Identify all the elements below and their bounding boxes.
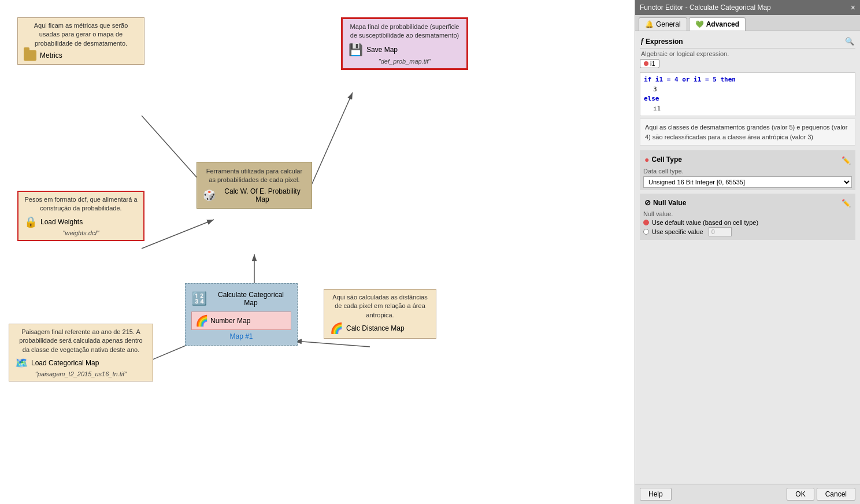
radio-specific-label: Use specific value [652, 228, 703, 235]
null-value-label: ⊘ Null Value [644, 198, 686, 207]
number-map-label: Number Map [210, 317, 250, 325]
svg-line-2 [142, 220, 214, 249]
tab-general[interactable]: 🔔 General [639, 17, 687, 31]
cell-type-section: ● Cell Type ✏️ Data cell type. Unsigned … [640, 150, 855, 190]
heart-icon: 💚 [695, 20, 704, 28]
dist-node: Aqui são calculadas as distâncias de cad… [324, 289, 436, 339]
tool-node: Ferramenta utilizada para calcular as pr… [197, 162, 312, 209]
panel-content: f Expression 🔍 Algebraic or logical expr… [635, 31, 860, 484]
null-icon: ⊘ [644, 198, 651, 207]
output-title-text: Mapa final de probabilidade (superficie … [349, 23, 461, 40]
dist-desc-text: Aqui são calculadas as distâncias de cad… [330, 293, 430, 320]
dist-icon: 🌈 [330, 322, 343, 335]
landscape-desc-text: Paisagem final referente ao ano de 215. … [15, 328, 147, 354]
weights-node: Pesos em formato dcf, que alimentará a c… [17, 191, 144, 241]
map1-label: Map #1 [191, 332, 291, 340]
footer-btn-group: OK Cancel [787, 488, 855, 501]
number-map-icon: 🌈 [195, 314, 208, 327]
cat-map-icon: 🗺️ [15, 357, 28, 369]
cancel-button[interactable]: Cancel [817, 488, 855, 501]
ok-button[interactable]: OK [787, 488, 814, 501]
expression-search-icon[interactable]: 🔍 [845, 37, 854, 46]
lock-folder-icon: 🔒 [24, 216, 37, 228]
expression-title: f Expression [641, 37, 683, 46]
weights-label: Load Weights [40, 218, 83, 226]
output-node: Mapa final de probabilidade (superficie … [341, 17, 468, 70]
weights-icon-row: 🔒 Load Weights [24, 216, 138, 228]
expression-header: f Expression 🔍 [640, 35, 855, 49]
null-value-desc: Null value. [643, 210, 852, 217]
panel-title-bar: Functor Editor - Calculate Categorical M… [635, 0, 860, 15]
null-value-section: ⊘ Null Value ✏️ Null value. Use default … [640, 194, 855, 240]
landscape-filename: "paisagem_t2_2015_us16_tn.tif" [15, 370, 147, 377]
null-radio-default[interactable]: Use default value (based on cell type) [643, 219, 852, 226]
number-map-node: 🌈 Number Map [191, 312, 291, 330]
panel-title: Functor Editor - Calculate Categorical M… [640, 3, 771, 12]
null-radio-specific[interactable]: Use specific value [643, 227, 852, 236]
i1-chip[interactable]: i1 [640, 59, 659, 68]
chip-label: i1 [650, 60, 655, 67]
cell-type-label: ● Cell Type [644, 155, 682, 164]
metrics-desc-text: Aqui ficam as métricas que serão usadas … [24, 21, 138, 48]
cell-icon: ● [644, 155, 649, 164]
null-value-header: ⊘ Null Value ✏️ [643, 196, 852, 210]
code-line-1: if i1 = 4 or i1 = 5 then [644, 75, 851, 85]
chip-dot [644, 61, 648, 66]
weights-filename: "weights.dcf" [24, 229, 138, 236]
canvas-area: Aqui ficam as métricas que serão usadas … [0, 0, 635, 504]
folder-icon [24, 50, 36, 61]
output-label: Save Map [366, 46, 398, 54]
tool-label: Calc W. Of E. Probability Map [219, 187, 306, 203]
cone-icon: 🔔 [645, 20, 654, 28]
radio-specific-indicator[interactable] [643, 229, 649, 235]
output-icon-row: 💾 Save Map [349, 43, 461, 57]
calc-cat-icon: 🔢 [191, 291, 207, 306]
expression-code-block[interactable]: if i1 = 4 or i1 = 5 then 3 else i1 [640, 72, 855, 116]
landscape-icon-row: 🗺️ Load Categorical Map [15, 357, 147, 369]
code-line-4: i1 [644, 104, 851, 114]
arrows-svg [0, 0, 635, 504]
calc-icon: 🎲 [203, 189, 216, 202]
cell-type-header: ● Cell Type ✏️ [643, 153, 852, 168]
landscape-label: Load Categorical Map [31, 359, 99, 367]
functor-editor-panel: Functor Editor - Calculate Categorical M… [635, 0, 860, 504]
null-value-edit-icon[interactable]: ✏️ [842, 199, 851, 207]
panel-footer: Help OK Cancel [635, 484, 860, 504]
svg-line-6 [295, 341, 370, 347]
calc-cat-node: 🔢 Calculate Categorical Map 🌈 Number Map… [185, 283, 298, 346]
weights-desc-text: Pesos em formato dcf, que alimentará a c… [24, 195, 138, 213]
tab-advanced-label: Advanced [706, 20, 739, 28]
tab-general-label: General [656, 20, 681, 28]
specific-value-input[interactable] [709, 227, 732, 236]
radio-default-label: Use default value (based on cell type) [652, 219, 758, 226]
calc-cat-icon-row: 🔢 Calculate Categorical Map [191, 291, 291, 307]
tool-desc-text: Ferramenta utilizada para calcular as pr… [203, 167, 306, 185]
calc-cat-label: Calculate Categorical Map [210, 291, 291, 307]
tool-icon-row: 🎲 Calc W. Of E. Probability Map [203, 187, 306, 203]
metrics-icon-row: Metrics [24, 50, 138, 61]
dist-icon-row: 🌈 Calc Distance Map [330, 322, 430, 335]
expression-desc: Algebraic or logical expression. [640, 50, 855, 59]
landscape-node: Paisagem final referente ao ano de 215. … [9, 324, 153, 381]
close-button[interactable]: × [851, 3, 855, 12]
expression-section: f Expression 🔍 Algebraic or logical expr… [640, 35, 855, 148]
radio-default-indicator[interactable] [643, 220, 649, 225]
function-icon: f [641, 37, 643, 46]
code-line-2: 3 [644, 85, 851, 95]
metrics-label: Metrics [40, 51, 62, 60]
tab-advanced[interactable]: 💚 Advanced [689, 17, 746, 31]
dist-label: Calc Distance Map [346, 324, 405, 332]
save-map-icon: 💾 [349, 43, 363, 57]
svg-line-3 [306, 92, 353, 197]
output-filename: "def_prob_map.tif" [349, 58, 461, 65]
code-line-3: else [644, 94, 851, 104]
help-button[interactable]: Help [640, 488, 672, 501]
panel-tabs: 🔔 General 💚 Advanced [635, 15, 860, 31]
cell-type-select[interactable]: Unsigned 16 Bit Integer [0, 65535] [643, 176, 852, 188]
cell-type-desc: Data cell type. [643, 168, 852, 175]
input-chip-container: i1 [640, 59, 855, 70]
expression-annotation: Aqui as classes de desmatamentos grandes… [640, 118, 855, 146]
metrics-node: Aqui ficam as métricas que serão usadas … [17, 17, 144, 65]
cell-type-edit-icon[interactable]: ✏️ [842, 156, 851, 165]
